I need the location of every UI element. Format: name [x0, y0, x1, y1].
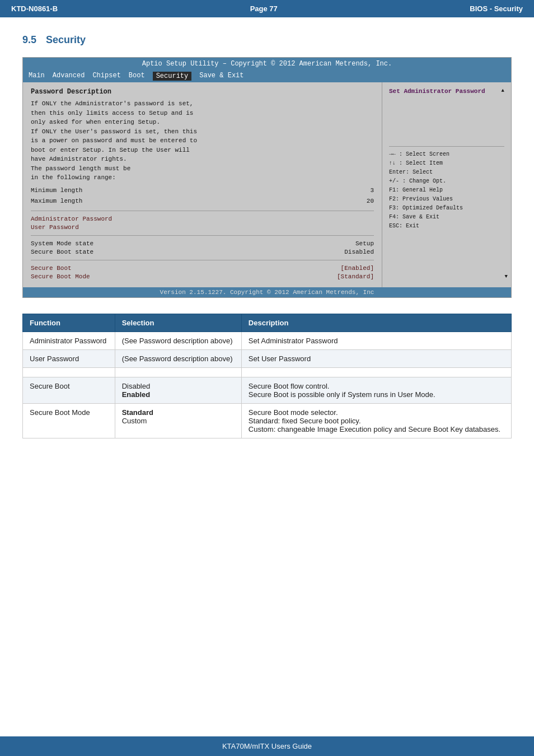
bios-secure-boot-row[interactable]: Secure Boot [Enabled] — [31, 265, 374, 272]
bios-right-top: Set Administrator Password — [389, 88, 485, 138]
bios-help-f2: F2: Previous Values — [389, 195, 504, 204]
th-selection: Selection — [115, 314, 241, 332]
table-row: User Password (See Password description … — [23, 349, 512, 367]
th-description: Description — [241, 314, 511, 332]
bios-max-length-row: Maximum length 20 — [31, 197, 374, 206]
td-empty-3 — [241, 367, 511, 377]
bios-help-select-item: ↑↓ : Select Item — [389, 159, 504, 168]
bios-menu-save-exit[interactable]: Save & Exit — [199, 72, 243, 81]
bios-min-value: 3 — [370, 186, 374, 195]
td-function: Secure Boot — [23, 377, 115, 403]
td-empty-2 — [115, 367, 241, 377]
bios-secure-boot-mode-label: Secure Boot Mode — [31, 273, 90, 280]
td-function: Administrator Password — [23, 332, 115, 349]
section-title: 9.5 Security — [22, 34, 512, 46]
bios-system-mode-label: System Mode state — [31, 240, 93, 247]
bios-system-mode-row: System Mode state Setup — [31, 240, 374, 247]
th-function: Function — [23, 314, 115, 332]
section-heading: Security — [46, 34, 86, 45]
table-header-row: Function Selection Description — [23, 314, 512, 332]
bios-menu-security[interactable]: Security — [153, 72, 192, 81]
section-number: 9.5 — [22, 34, 36, 45]
bios-user-password[interactable]: User Password — [31, 224, 374, 231]
header-right: BIOS - Security — [470, 4, 523, 13]
bios-menu-boot[interactable]: Boot — [129, 72, 145, 81]
footer-text: KTA70M/mITX Users Guide — [222, 742, 312, 750]
bios-secure-boot-value: [Enabled] — [341, 265, 374, 272]
bios-help-esc: ESC: Exit — [389, 222, 504, 231]
bios-help-f4: F4: Save & Exit — [389, 213, 504, 222]
bios-inner: Password Description If ONLY the Adminis… — [23, 82, 511, 287]
td-empty-1 — [23, 367, 115, 377]
bios-menu-main[interactable]: Main — [29, 72, 45, 81]
header-left: KTD-N0861-B — [11, 4, 58, 13]
bios-footer: Version 2.15.1227. Copyright © 2012 Amer… — [23, 287, 511, 297]
bios-help-f1: F1: General Help — [389, 186, 504, 195]
td-selection: (See Password description above) — [115, 332, 241, 349]
bios-help-panel: →← : Select Screen ↑↓ : Select Item Ente… — [389, 150, 504, 231]
bios-menu-advanced[interactable]: Advanced — [53, 72, 85, 81]
bios-secure-boot-state-row: Secure Boot state Disabled — [31, 249, 374, 255]
table-row: Secure Boot Mode StandardCustom Secure B… — [23, 403, 512, 438]
bios-set-admin-pw: Set Administrator Password — [389, 88, 485, 95]
bios-left-panel: Password Description If ONLY the Adminis… — [23, 82, 382, 287]
td-function: User Password — [23, 349, 115, 367]
td-description: Secure Boot mode selector.Standard: fixe… — [241, 403, 511, 438]
td-selection: DisabledEnabled — [115, 377, 241, 403]
bios-secure-boot-state-value: Disabled — [344, 249, 374, 255]
table-row: Administrator Password (See Password des… — [23, 332, 512, 349]
page-footer: KTA70M/mITX Users Guide — [0, 736, 534, 756]
td-selection: StandardCustom — [115, 403, 241, 438]
main-content: 9.5 Security Aptio Setup Utility – Copyr… — [0, 17, 534, 455]
td-bold-standard: Standard — [122, 408, 153, 417]
bios-admin-password[interactable]: Administrator Password — [31, 216, 374, 222]
bios-secure-boot-label: Secure Boot — [31, 265, 72, 272]
bios-min-length-row: Minimum length 3 — [31, 186, 374, 195]
bios-menubar: Main Advanced Chipset Boot Security Save… — [23, 70, 511, 82]
bios-help-enter: Enter: Select — [389, 168, 504, 177]
bios-max-value: 20 — [367, 197, 374, 206]
td-description: Set User Password — [241, 349, 511, 367]
bios-max-label: Maximum length — [31, 197, 82, 206]
bios-separator-3 — [31, 260, 374, 260]
tri-down-icon: ▼ — [505, 274, 508, 279]
td-description: Secure Boot flow control.Secure Boot is … — [241, 377, 511, 403]
bios-secure-boot-mode-row[interactable]: Secure Boot Mode [Standard] — [31, 273, 374, 280]
td-selection: (See Password description above) — [115, 349, 241, 367]
security-table: Function Selection Description Administr… — [22, 314, 512, 438]
bios-right-separator — [389, 146, 504, 147]
bios-right-panel: Set Administrator Password ▲ →← : Select… — [382, 82, 511, 287]
td-bold-enabled: Enabled — [122, 390, 151, 399]
bios-box: Aptio Setup Utility – Copyright © 2012 A… — [22, 57, 512, 298]
tri-up-icon: ▲ — [502, 88, 504, 94]
table-row: Secure Boot DisabledEnabled Secure Boot … — [23, 377, 512, 403]
td-function: Secure Boot Mode — [23, 403, 115, 438]
bios-desc-title: Password Description — [31, 88, 374, 96]
bios-secure-boot-mode-value: [Standard] — [337, 273, 374, 280]
bios-help-change: +/- : Change Opt. — [389, 177, 504, 186]
bios-menu-chipset[interactable]: Chipset — [92, 72, 120, 81]
header-bar: KTD-N0861-B Page 77 BIOS - Security — [0, 0, 534, 17]
td-description: Set Administrator Password — [241, 332, 511, 349]
bios-separator-1 — [31, 211, 374, 211]
table-row-empty — [23, 367, 512, 377]
bios-system-mode-value: Setup — [355, 240, 374, 247]
bios-help-f3: F3: Optimized Defaults — [389, 204, 504, 213]
bios-titlebar: Aptio Setup Utility – Copyright © 2012 A… — [23, 58, 511, 70]
bios-desc-text: If ONLY the Administrator's password is … — [31, 99, 374, 206]
bios-help-select-screen: →← : Select Screen — [389, 150, 504, 159]
bios-separator-2 — [31, 235, 374, 236]
bios-secure-boot-state-label: Secure Boot state — [31, 249, 93, 255]
bios-min-label: Minimum length — [31, 186, 82, 195]
header-center: Page 77 — [250, 4, 278, 13]
